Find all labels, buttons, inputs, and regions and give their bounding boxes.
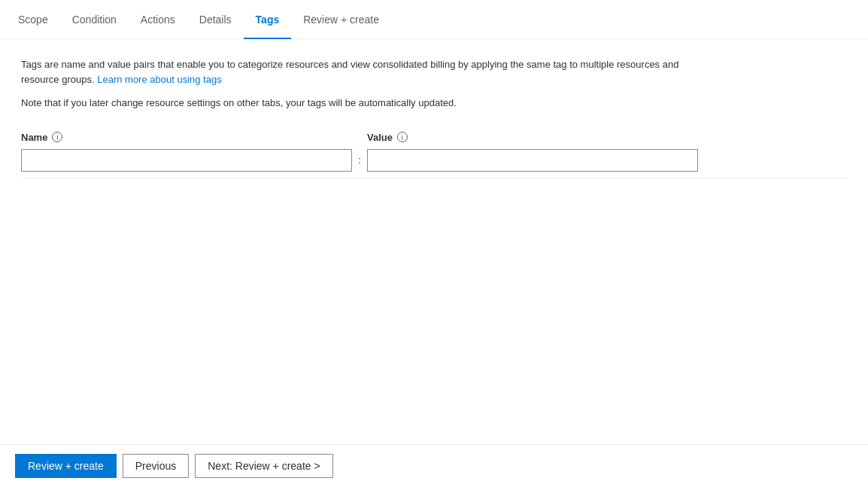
next-button[interactable]: Next: Review + create >: [195, 454, 332, 478]
tag-value-input[interactable]: [367, 149, 698, 172]
tab-actions[interactable]: Actions: [129, 1, 187, 39]
page-footer: Review + create Previous Next: Review + …: [0, 444, 868, 487]
description-text: Tags are name and value pairs that enabl…: [21, 57, 698, 87]
form-headers: Name i Value i: [21, 132, 847, 143]
tag-name-input[interactable]: [21, 149, 352, 172]
tab-scope[interactable]: Scope: [15, 1, 60, 39]
note-text: Note that if you later change resource s…: [21, 96, 847, 111]
tabs-navigation: Scope Condition Actions Details Tags Rev…: [0, 0, 868, 39]
value-field-header: Value i: [367, 132, 698, 143]
learn-more-link[interactable]: Learn more about using tags: [97, 74, 222, 85]
previous-button[interactable]: Previous: [123, 454, 189, 478]
tags-form: Name i Value i :: [21, 132, 847, 178]
field-separator: :: [352, 154, 367, 166]
review-create-button[interactable]: Review + create: [15, 454, 117, 478]
tab-condition[interactable]: Condition: [60, 1, 129, 39]
tab-details[interactable]: Details: [187, 1, 244, 39]
tag-input-row: :: [21, 149, 847, 178]
value-info-icon[interactable]: i: [397, 132, 408, 142]
page-body: Tags are name and value pairs that enabl…: [0, 39, 868, 444]
tab-tags[interactable]: Tags: [244, 1, 292, 39]
name-info-icon[interactable]: i: [52, 132, 62, 142]
tab-review-create[interactable]: Review + create: [291, 1, 391, 39]
name-field-header: Name i: [21, 132, 367, 143]
main-content: Scope Condition Actions Details Tags Rev…: [0, 0, 868, 487]
